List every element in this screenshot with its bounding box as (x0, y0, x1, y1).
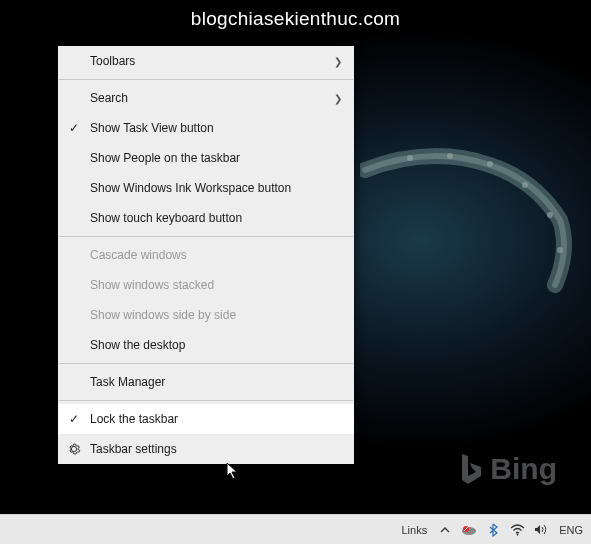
svg-point-2 (487, 161, 493, 167)
separator (59, 79, 353, 80)
menu-show-desktop[interactable]: Show the desktop (58, 330, 354, 360)
menu-lock-taskbar[interactable]: ✓ Lock the taskbar (58, 404, 354, 434)
menu-label: Taskbar settings (90, 442, 342, 456)
menu-toolbars[interactable]: Toolbars ❯ (58, 46, 354, 76)
menu-cascade: Cascade windows (58, 240, 354, 270)
mouse-cursor-icon (226, 462, 240, 482)
menu-label: Show touch keyboard button (90, 211, 342, 225)
svg-point-9 (516, 533, 518, 535)
separator (59, 236, 353, 237)
menu-search[interactable]: Search ❯ (58, 83, 354, 113)
menu-task-manager[interactable]: Task Manager (58, 367, 354, 397)
check-icon: ✓ (58, 412, 90, 426)
taskbar-links-toolbar[interactable]: Links (399, 524, 429, 536)
menu-label: Show Task View button (90, 121, 342, 135)
menu-label: Show windows stacked (90, 278, 342, 292)
tray-onedrive-icon[interactable] (461, 522, 477, 538)
taskbar-context-menu: Toolbars ❯ Search ❯ ✓ Show Task View but… (58, 46, 354, 464)
taskbar[interactable]: Links ENG (0, 514, 591, 544)
menu-side-by-side: Show windows side by side (58, 300, 354, 330)
separator (59, 400, 353, 401)
menu-label: Search (90, 91, 334, 105)
bing-logo: Bing (458, 452, 557, 486)
tray-wifi-icon[interactable] (509, 522, 525, 538)
menu-show-touch-keyboard[interactable]: Show touch keyboard button (58, 203, 354, 233)
svg-point-3 (522, 182, 528, 188)
chevron-right-icon: ❯ (334, 56, 342, 67)
watermark-text: blogchiasekienthuc.com (0, 8, 591, 30)
menu-label: Cascade windows (90, 248, 342, 262)
menu-label: Lock the taskbar (90, 412, 342, 426)
chevron-right-icon: ❯ (334, 93, 342, 104)
svg-point-5 (557, 247, 563, 253)
menu-label: Show Windows Ink Workspace button (90, 181, 342, 195)
taskbar-language-indicator[interactable]: ENG (557, 524, 585, 536)
gear-icon (58, 442, 90, 456)
menu-show-ink[interactable]: Show Windows Ink Workspace button (58, 173, 354, 203)
menu-show-task-view[interactable]: ✓ Show Task View button (58, 113, 354, 143)
wallpaper-art (360, 130, 580, 310)
menu-label: Show the desktop (90, 338, 342, 352)
check-icon: ✓ (58, 121, 90, 135)
menu-label: Toolbars (90, 54, 334, 68)
menu-taskbar-settings[interactable]: Taskbar settings (58, 434, 354, 464)
separator (59, 363, 353, 364)
menu-show-people[interactable]: Show People on the taskbar (58, 143, 354, 173)
bing-icon (458, 452, 484, 486)
tray-bluetooth-icon[interactable] (485, 522, 501, 538)
menu-label: Show windows side by side (90, 308, 342, 322)
tray-overflow-icon[interactable] (437, 522, 453, 538)
svg-point-4 (547, 212, 553, 218)
svg-point-1 (447, 153, 453, 159)
menu-label: Task Manager (90, 375, 342, 389)
menu-label: Show People on the taskbar (90, 151, 342, 165)
bing-text: Bing (490, 452, 557, 486)
svg-point-0 (407, 155, 413, 161)
tray-volume-icon[interactable] (533, 522, 549, 538)
menu-stacked: Show windows stacked (58, 270, 354, 300)
